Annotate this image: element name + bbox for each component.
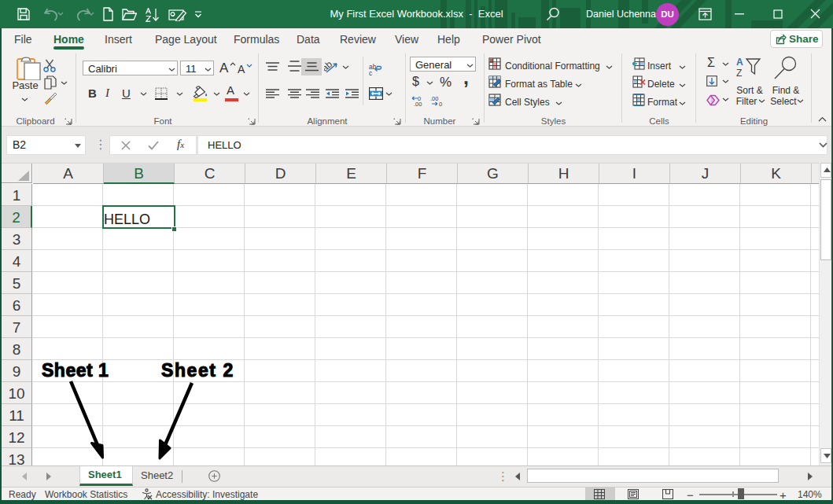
svg-text:0: 0 <box>439 101 442 106</box>
svg-text:.00: .00 <box>414 101 422 106</box>
svg-text:.00: .00 <box>430 95 438 102</box>
svg-text:A: A <box>736 57 743 68</box>
svg-text:Z: Z <box>736 68 742 78</box>
